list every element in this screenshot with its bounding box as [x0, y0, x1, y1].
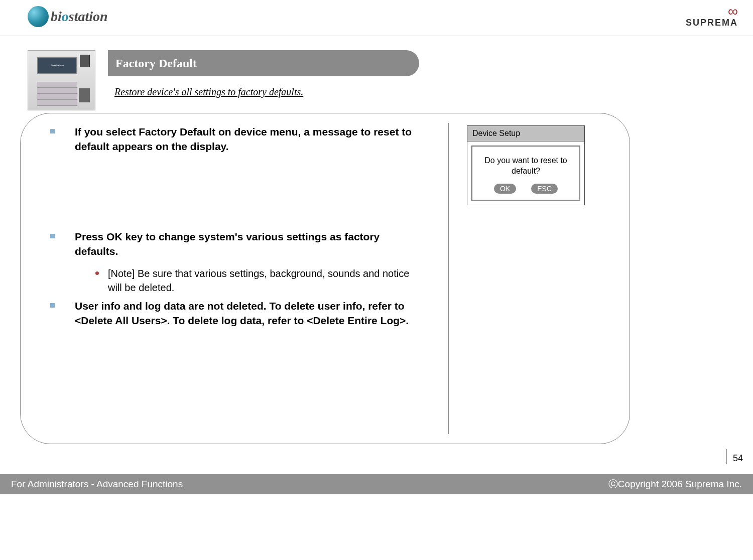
list-item: Press OK key to change system's various … [50, 229, 422, 259]
footer: For Administrators - Advanced Functions … [0, 474, 753, 494]
square-bullet-icon [50, 303, 55, 308]
vertical-divider [448, 123, 449, 434]
device-setup-dialog: Device Setup Do you want to reset to def… [467, 125, 585, 205]
dialog-body: Do you want to reset to default? OK ESC [467, 142, 584, 205]
bullet-list: If you select Factory Default on device … [50, 124, 422, 335]
suprema-text: SUPREMA [686, 18, 738, 28]
square-bullet-icon [50, 129, 55, 133]
dialog-title: Device Setup [467, 126, 584, 142]
sub-list-item: [Note] Be sure that various settings, ba… [95, 266, 422, 295]
bullet-2-sub-text: [Note] Be sure that various settings, ba… [108, 266, 422, 295]
logo-o: o [62, 9, 69, 25]
dialog-inner: Do you want to reset to default? OK ESC [471, 146, 580, 201]
esc-button[interactable]: ESC [531, 184, 558, 194]
bullet-1-text: If you select Factory Default on device … [75, 124, 422, 154]
subtitle: Restore device's all settings to factory… [114, 86, 303, 98]
header: biostation ∞ SUPREMA [0, 0, 753, 36]
ok-button[interactable]: OK [494, 184, 516, 194]
infinity-icon: ∞ [728, 5, 738, 18]
dot-bullet-icon [95, 271, 99, 275]
suprema-logo: ∞ SUPREMA [686, 5, 738, 28]
device-reader [79, 88, 90, 102]
swirl-icon [28, 6, 49, 27]
square-bullet-icon [50, 234, 55, 238]
footer-right: ⓒCopyright 2006 Suprema Inc. [608, 478, 742, 491]
logo-station: station [69, 9, 108, 25]
logo-bi: bi [51, 9, 62, 25]
device-screen: biostation [37, 57, 77, 74]
device-keypad [37, 82, 77, 106]
device-photo: biostation [28, 50, 95, 110]
bullet-3-text: User info and log data are not deleted. … [75, 299, 422, 328]
page-title: Factory Default [115, 57, 197, 70]
list-item: User info and log data are not deleted. … [50, 299, 422, 328]
dialog-message: Do you want to reset to default? [475, 156, 577, 177]
title-bar: Factory Default [108, 50, 419, 76]
list-item: If you select Factory Default on device … [50, 124, 422, 154]
footer-left: For Administrators - Advanced Functions [11, 479, 183, 490]
page-number: 54 [726, 449, 743, 464]
device-sensor [80, 55, 90, 67]
dialog-buttons: OK ESC [475, 184, 577, 194]
biostation-logo: biostation [28, 6, 108, 27]
bullet-2-text: Press OK key to change system's various … [75, 229, 422, 259]
